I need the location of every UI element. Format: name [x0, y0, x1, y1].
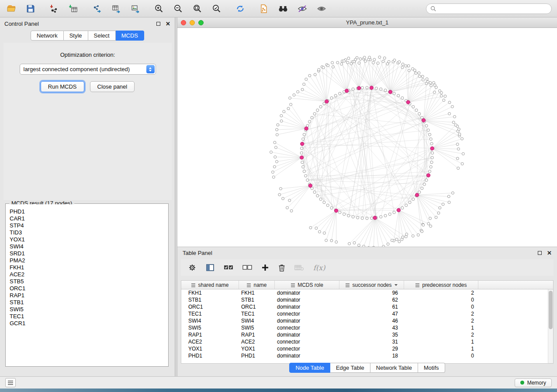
table-row[interactable]: ACE2ACE2connector311 [181, 338, 548, 345]
list-item[interactable]: RAP1 [10, 292, 168, 299]
search-field[interactable] [426, 3, 552, 14]
list-item[interactable]: PHD1 [10, 208, 168, 215]
add-row-icon[interactable] [261, 264, 269, 272]
export-image-button[interactable] [129, 3, 142, 15]
list-item[interactable]: YOX1 [10, 236, 168, 243]
column-header-successor-nodes[interactable]: successor nodes [339, 281, 404, 289]
network-window-titlebar[interactable]: YPA_prune.txt_1 [177, 17, 557, 28]
maximize-window-icon[interactable] [198, 20, 204, 25]
show-graphics-button[interactable] [315, 3, 328, 15]
binoculars-search-button[interactable] [277, 3, 289, 15]
close-panel-icon[interactable]: ✕ [166, 21, 170, 27]
column-header-predecessor-nodes[interactable]: predecessor nodes [404, 281, 478, 289]
float-panel-button[interactable] [156, 22, 160, 26]
hide-details-button[interactable] [296, 3, 308, 15]
network-graph[interactable] [177, 28, 557, 247]
table-cell: STB1 [181, 297, 239, 303]
run-mcds-button[interactable]: Run MCDS [41, 81, 84, 92]
list-item[interactable]: STP4 [10, 222, 168, 229]
column-header-shared-name[interactable]: shared name [181, 281, 239, 289]
function-fx-icon[interactable]: f(x) [313, 264, 325, 272]
table-row[interactable]: RAP1RAP1dominator352 [181, 331, 548, 338]
scrollbar-thumb[interactable] [549, 291, 553, 329]
list-item[interactable]: SWI5 [10, 306, 168, 313]
table-row[interactable]: YOX1YOX1connector291 [181, 345, 548, 352]
node-table: shared name name MCDS role successor nod… [181, 280, 554, 364]
tab-edge-table[interactable]: Edge Table [330, 363, 370, 373]
optimization-criterion-select[interactable]: largest connected component (undirected) [20, 64, 156, 75]
save-button[interactable] [24, 3, 37, 15]
table-row[interactable]: PHD1PHD1dominator180 [181, 352, 548, 359]
zoom-selected-button[interactable] [211, 3, 223, 15]
list-item[interactable]: FKH1 [10, 264, 168, 271]
zoom-out-button[interactable] [172, 3, 184, 15]
list-item[interactable]: ORC1 [10, 285, 168, 292]
network-canvas[interactable] [177, 28, 557, 247]
tab-network-table[interactable]: Network Table [370, 363, 418, 373]
table-cell: 31 [339, 339, 404, 345]
tab-network[interactable]: Network [31, 31, 64, 41]
sort-icon [345, 283, 350, 287]
application-window: Control Panel ✕ Network Style Select MCD… [0, 0, 557, 392]
control-panel-tabs: Network Style Select MCDS [0, 31, 175, 41]
table-cell: FKH1 [181, 290, 239, 296]
table-cell: 18 [339, 353, 404, 359]
table-cell: 0 [404, 297, 478, 303]
table-row[interactable]: ORC1ORC1dominator610 [181, 303, 548, 310]
table-row[interactable]: STB1STB1dominator620 [181, 296, 548, 303]
list-item[interactable]: ACE2 [10, 271, 168, 278]
search-input[interactable] [439, 5, 547, 12]
list-item[interactable]: STB5 [10, 278, 168, 285]
table-cell: dominator [275, 353, 339, 359]
deselect-all-checkbox-icon[interactable] [242, 265, 252, 271]
select-all-checkbox-icon[interactable] [224, 265, 233, 271]
export-network-button[interactable] [91, 3, 103, 15]
tab-mcds[interactable]: MCDS [116, 31, 144, 41]
list-item[interactable]: SWI4 [10, 243, 168, 250]
minimize-window-icon[interactable] [190, 20, 195, 25]
sort-icon [246, 283, 251, 287]
tab-motifs[interactable]: Motifs [418, 363, 445, 373]
export-table-button[interactable] [110, 3, 122, 15]
open-file-button[interactable] [5, 3, 17, 15]
table-row[interactable]: TEC1TEC1connector472 [181, 310, 548, 317]
tab-style[interactable]: Style [64, 31, 88, 41]
table-row[interactable]: SWI5SWI5connector431 [181, 324, 548, 331]
float-table-panel-button[interactable] [538, 251, 542, 255]
column-header-name[interactable]: name [239, 281, 275, 289]
mcds-result-list[interactable]: PHD1CAR1STP4TID3YOX1SWI4SRD1PMA2FKH1ACE2… [6, 204, 168, 366]
delete-row-icon[interactable] [278, 264, 285, 272]
import-network-button[interactable] [48, 3, 60, 15]
list-item[interactable]: SRD1 [10, 250, 168, 257]
table-row[interactable]: SWI4SWI4dominator462 [181, 317, 548, 324]
settings-gear-icon[interactable] [188, 263, 197, 272]
table-cell: SWI4 [181, 318, 239, 324]
close-window-icon[interactable] [181, 20, 186, 25]
list-item[interactable]: TEC1 [10, 313, 168, 320]
control-panel-title: Control Panel [4, 21, 39, 27]
import-table-button[interactable] [67, 3, 80, 15]
table-row[interactable]: FKH1FKH1dominator962 [181, 289, 548, 296]
refresh-layout-button[interactable] [234, 3, 246, 15]
column-layout-icon[interactable] [206, 264, 214, 272]
list-item[interactable]: TID3 [10, 229, 168, 236]
save-icon [26, 4, 35, 14]
list-item[interactable]: STB1 [10, 299, 168, 306]
memory-button[interactable]: Memory [515, 378, 552, 387]
tab-select[interactable]: Select [88, 31, 116, 41]
list-item[interactable]: PMA2 [10, 257, 168, 264]
list-item[interactable]: CAR1 [10, 215, 168, 222]
zoom-fit-button[interactable] [191, 3, 204, 15]
table-cell: STB1 [239, 297, 275, 303]
list-item[interactable]: GCR1 [10, 320, 168, 327]
memory-status-icon [520, 381, 524, 385]
zoom-in-button[interactable] [153, 3, 165, 15]
close-panel-button[interactable]: Close panel [90, 81, 135, 92]
tab-node-table[interactable]: Node Table [289, 363, 330, 373]
share-network-button[interactable] [258, 3, 270, 15]
table-vertical-scrollbar[interactable] [548, 289, 553, 363]
close-table-panel-icon[interactable]: ✕ [547, 250, 552, 256]
column-header-mcds-role[interactable]: MCDS role [275, 281, 339, 289]
table-cell: YOX1 [239, 346, 275, 352]
task-history-button[interactable] [5, 378, 16, 387]
